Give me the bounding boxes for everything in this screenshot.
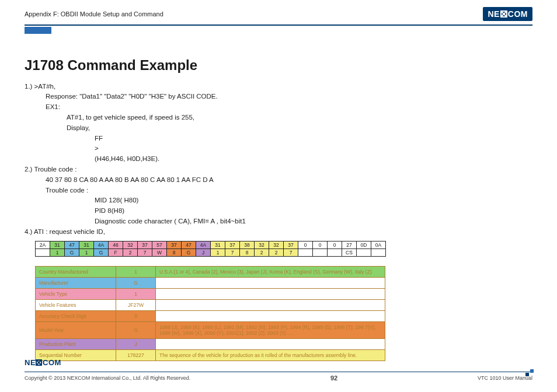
hex-cell: 0D <box>357 241 371 249</box>
info-value: G <box>116 277 156 288</box>
info-description <box>156 338 385 349</box>
hex-cell: 37 <box>167 241 182 249</box>
line: Diagnostic code character ( CA), FMI= A … <box>25 216 532 227</box>
hex-cell: 31 <box>50 241 65 249</box>
hex-cell: 37 <box>138 241 152 249</box>
hex-cell <box>313 249 328 256</box>
hex-cell: 1 <box>50 249 65 256</box>
line: Response: "Data1" "Data2" "H0D" "H3E" by… <box>25 92 532 102</box>
hex-cell: 31 <box>211 241 225 249</box>
info-description: 1988 (J), 1989 (K), 1990 (L), 1991 (M), … <box>156 321 385 338</box>
hex-table: 2A3147314A4632375737474A3137383232370002… <box>35 241 386 257</box>
hex-cell: 27 <box>342 241 357 249</box>
info-description <box>156 310 385 321</box>
hex-cell: G <box>182 249 196 256</box>
line: Display, <box>25 123 532 134</box>
info-label: Vehicle Type <box>36 288 116 299</box>
hex-cell: 2A <box>36 241 50 249</box>
line: AT#1, to get vehicle speed, if speed is … <box>25 113 532 123</box>
hex-cell: J <box>196 249 211 256</box>
hex-cell <box>36 249 50 256</box>
line: 1.) >AT#h, <box>25 82 532 92</box>
header-rule <box>25 24 532 26</box>
line: (H46,H46, H0D,H3E). <box>25 154 532 164</box>
hex-cell: 4A <box>94 241 109 249</box>
hex-cell: 1 <box>211 249 225 256</box>
hex-cell: 0 <box>328 241 342 249</box>
info-label: Production Plant <box>36 338 116 349</box>
hex-cell <box>328 249 342 256</box>
line: Trouble code : <box>25 186 532 196</box>
line: MID 128( H80) <box>25 195 532 206</box>
hex-cell: 7 <box>138 249 152 256</box>
line: EX1: <box>25 102 532 113</box>
hex-cell: 32 <box>123 241 138 249</box>
footer-logo: NECOM <box>25 358 532 368</box>
hex-cell: 8 <box>167 249 182 256</box>
page-header: Appendix F: OBDII Module Setup and Comma… <box>0 0 557 22</box>
hex-cell: 7 <box>225 249 240 256</box>
hex-cell: 2 <box>269 249 284 256</box>
manual-name: VTC 1010 User Manual <box>478 375 532 381</box>
hex-cell: 32 <box>255 241 269 249</box>
hex-cell: F <box>109 249 123 256</box>
info-value: J <box>116 338 156 349</box>
line: 4.) ATI : request vehicle ID, <box>25 227 532 237</box>
hex-cell: 32 <box>269 241 284 249</box>
copyright: Copyright © 2013 NEXCOM International Co… <box>25 375 190 381</box>
page-title: J1708 Command Example <box>25 57 532 74</box>
hex-cell: 38 <box>240 241 255 249</box>
hex-cell: 0 <box>313 241 328 249</box>
footer-rule <box>25 372 532 373</box>
info-description <box>156 277 385 288</box>
hex-cell <box>371 249 386 256</box>
info-value: 8 <box>116 310 156 321</box>
hex-cell: 7 <box>284 249 298 256</box>
line: 40 37 80 8 CA 80 A AA 80 B AA 80 C AA 80… <box>25 175 532 186</box>
hex-cell: 37 <box>284 241 298 249</box>
hex-cell: G <box>94 249 109 256</box>
info-value: JF27W <box>116 299 156 310</box>
info-value: 1 <box>116 266 156 277</box>
info-label: Manufacturer <box>36 277 116 288</box>
info-description <box>156 299 385 310</box>
hex-cell: G <box>65 249 79 256</box>
info-label: Accuracy Check Digit <box>36 310 116 321</box>
hex-cell: 47 <box>65 241 79 249</box>
hex-cell: CS <box>342 249 357 256</box>
nexcom-logo: NECOM <box>483 7 532 21</box>
hex-cell: 2 <box>255 249 269 256</box>
vin-info-table: Country Manufactured1U.S.A.(1 or 4), Can… <box>35 266 385 361</box>
info-description: U.S.A.(1 or 4), Canada (2), Mexico (3), … <box>156 266 385 277</box>
hex-cell: W <box>152 249 167 256</box>
line: FF <box>25 134 532 144</box>
info-value: 1 <box>116 288 156 299</box>
info-label: Model Year <box>36 321 116 338</box>
hex-cell: 37 <box>225 241 240 249</box>
hex-cell: 57 <box>152 241 167 249</box>
hex-cell: 4A <box>196 241 211 249</box>
hex-cell: 47 <box>182 241 196 249</box>
content-area: J1708 Command Example 1.) >AT#h, Respons… <box>0 34 557 361</box>
body-text: 1.) >AT#h, Response: "Data1" "Data2" "H0… <box>25 82 532 237</box>
line: > <box>25 144 532 154</box>
info-description <box>156 288 385 299</box>
hex-cell <box>298 249 313 256</box>
hex-cell: 46 <box>109 241 123 249</box>
hex-cell: 2 <box>123 249 138 256</box>
line: 2.) Trouble code : <box>25 164 532 175</box>
info-label: Country Manufactured <box>36 266 116 277</box>
blue-tab <box>25 27 51 34</box>
hex-cell: 31 <box>79 241 94 249</box>
page-footer: NECOM Copyright © 2013 NEXCOM Internatio… <box>25 358 532 382</box>
line: PID 8(H8) <box>25 206 532 216</box>
hex-cell: 0 <box>298 241 313 249</box>
hex-cell: 8 <box>240 249 255 256</box>
info-label: Vehicle Features <box>36 299 116 310</box>
info-value: G <box>116 321 156 338</box>
appendix-title: Appendix F: OBDII Module Setup and Comma… <box>25 10 163 18</box>
hex-cell <box>357 249 371 256</box>
hex-cell: 1 <box>79 249 94 256</box>
hex-cell: 0A <box>371 241 386 249</box>
page-number: 92 <box>330 374 337 382</box>
